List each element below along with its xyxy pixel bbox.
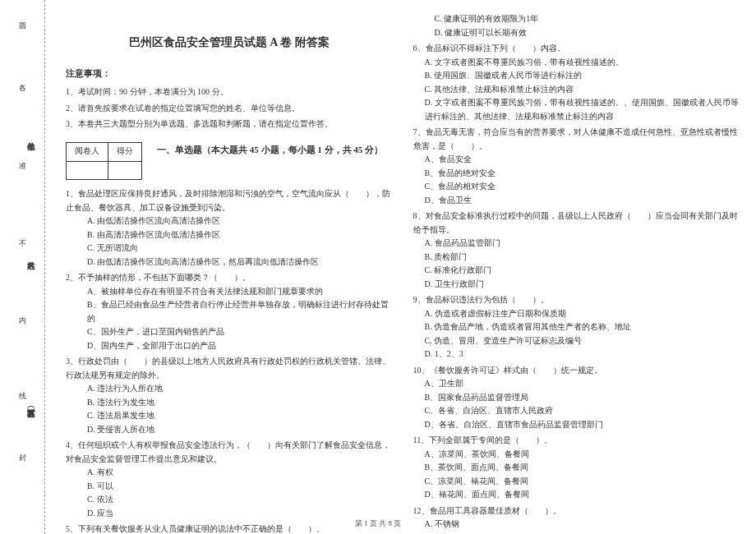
notice-item: 1、考试时间：90 分钟，本卷满分为 100 分。 xyxy=(66,85,393,99)
binding-mark: 准 xyxy=(17,156,28,163)
score-h2: 得分 xyxy=(108,142,142,161)
part1-title: 一、单选题（本大题共 45 小题，每小题 1 分，共 45 分） xyxy=(157,142,383,157)
question-4: 4、任何组织或个人有权举报食品安全违法行为，（ ）向有关部门了解食品安全信息，对… xyxy=(66,439,393,520)
binding-mark: 不 xyxy=(17,234,28,242)
question-3: 3、行政处罚由（ ）的县级以上地方人民政府具有行政处罚权的行政机关管辖。法律、行… xyxy=(66,355,393,436)
exam-title: 巴州区食品安全管理员试题 A 卷 附答案 xyxy=(66,33,393,52)
question-8: 8、对食品安全标准执行过程中的问题，县级以上人民政府（ ）应当会同有关部门及时给… xyxy=(413,209,740,291)
score-h1: 阅卷人 xyxy=(67,142,108,161)
right-column: C. 健康证明的有效期限为1年 D. 健康证明可以长期有效 6、食品标识不得标注… xyxy=(413,12,740,530)
exam-content: 巴州区食品安全管理员试题 A 卷 附答案 注意事项： 1、考试时间：90 分钟，… xyxy=(45,0,756,534)
question-9: 9、食品标识违法行为包括（ ）。 A. 伪造或者虚假标注生产日期和保质期 B. … xyxy=(413,293,740,361)
score-table: 阅卷人得分 xyxy=(66,142,142,180)
notice-item: 3、本卷共三大题型分别为单选题、多选题和判断题，请在指定位置作答。 xyxy=(66,117,393,131)
question-1: 1、食品处理区应保持良好通风，及时排除潮湿和污浊的空气，空气流向应从（ ），防止… xyxy=(66,187,393,269)
page-footer: 第 1 页 共 8 页 xyxy=(0,518,756,529)
binding-mark: 圆 xyxy=(17,16,28,24)
question-7: 7、食品无毒无害，符合应当有的营养要求，对人体健康不造成任何急性、亚急性或者慢性… xyxy=(413,126,740,207)
question-10: 10、《餐饮服务许可证》样式由（ ）统一规定。 A、卫生部 B、国家食品药品监督… xyxy=(413,364,740,432)
question-5-cont: C. 健康证明的有效期限为1年 xyxy=(413,12,740,26)
question-6: 6、食品标识不得标注下列（ ）内容。 A. 文字或者图案不尊重民族习俗，带有歧视… xyxy=(413,42,740,123)
question-2: 2、不予抽样的情形，不包括下面哪类？（ ）。 A、被抽样单位存在有明显不符合有关… xyxy=(66,271,393,352)
notice-header: 注意事项： xyxy=(66,67,393,81)
binding-mark: 内 xyxy=(17,311,28,318)
notice-item: 2、请首先按要求在试卷的指定位置填写您的姓名、单位等信息。 xyxy=(66,102,393,116)
binding-margin: 圆 各 准 不 内 线 封 单位 姓名 市（区县） xyxy=(0,0,45,534)
binding-mark: 各 xyxy=(17,78,28,85)
binding-mark: 线 xyxy=(17,386,28,394)
left-column: 巴州区食品安全管理员试题 A 卷 附答案 注意事项： 1、考试时间：90 分钟，… xyxy=(66,12,393,530)
binding-mark: 封 xyxy=(17,448,28,455)
question-11: 11、下列全部属于专间的是（ ）。 A、凉菜间、茶饮间、备餐间 B、茶饮间、面点… xyxy=(413,434,740,502)
